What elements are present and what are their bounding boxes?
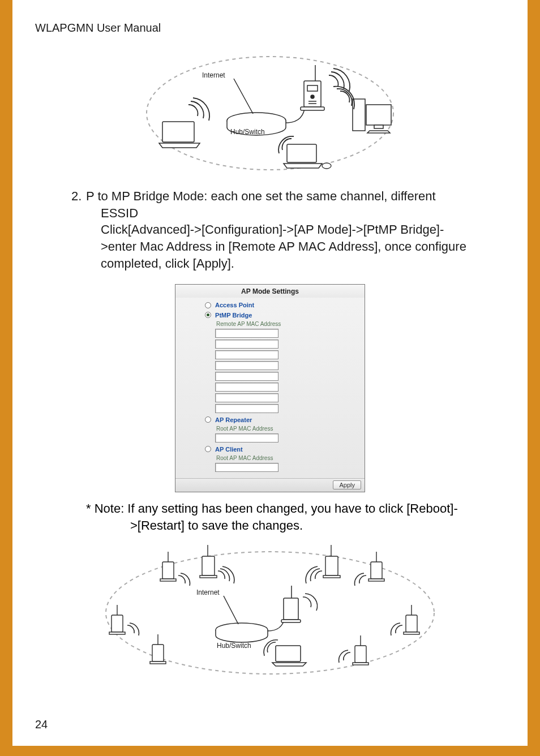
svg-rect-31 bbox=[323, 575, 340, 578]
svg-rect-34 bbox=[368, 579, 384, 581]
ap-mode-settings-panel: AP Mode Settings Access Point PtMP Bridg… bbox=[175, 284, 365, 492]
remote-mac-label: Remote AP MAC Address bbox=[216, 321, 359, 327]
svg-line-18 bbox=[224, 596, 238, 624]
svg-rect-30 bbox=[325, 556, 338, 575]
radio-access-point[interactable]: Access Point bbox=[205, 300, 359, 310]
remote-mac-input-6[interactable] bbox=[215, 383, 278, 392]
network-diagram-1: Internet Hub/Switch bbox=[35, 48, 505, 178]
section2-line5: completed, click [Apply]. bbox=[86, 255, 488, 272]
note-block: * Note: If any setting has been changed,… bbox=[86, 500, 488, 534]
note-line2: >[Restart] to save the changes. bbox=[86, 517, 488, 534]
svg-point-12 bbox=[322, 163, 331, 169]
figure2-hub-label: Hub/Switch bbox=[217, 642, 251, 650]
note-line1: * Note: If any setting has been changed,… bbox=[86, 500, 488, 517]
svg-rect-36 bbox=[112, 615, 123, 632]
svg-rect-22 bbox=[276, 646, 301, 662]
svg-rect-11 bbox=[287, 144, 316, 162]
svg-rect-24 bbox=[162, 562, 174, 579]
remote-mac-input-2[interactable] bbox=[215, 340, 278, 349]
svg-rect-6 bbox=[301, 107, 324, 110]
remote-mac-input-4[interactable] bbox=[215, 361, 278, 370]
manual-page: WLAPGMN User Manual Internet bbox=[12, 0, 528, 746]
svg-rect-46 bbox=[404, 632, 419, 634]
section2-line4: >enter Mac Address in [Remote AP MAC Add… bbox=[86, 238, 488, 255]
svg-rect-45 bbox=[406, 615, 417, 632]
svg-rect-21 bbox=[281, 620, 301, 622]
radio-label: PtMP Bridge bbox=[215, 312, 252, 319]
svg-rect-37 bbox=[109, 632, 125, 634]
section-2: 2.P to MP Bridge Mode: each one set the … bbox=[86, 188, 488, 272]
svg-rect-40 bbox=[150, 662, 166, 664]
radio-label: AP Repeater bbox=[215, 416, 252, 423]
radio-icon bbox=[205, 446, 211, 452]
radio-icon bbox=[205, 416, 211, 423]
remote-mac-input-7[interactable] bbox=[215, 393, 278, 402]
radio-ptmp-bridge[interactable]: PtMP Bridge bbox=[205, 310, 359, 320]
root-mac-label-1: Root AP MAC Address bbox=[216, 426, 359, 432]
radio-ap-repeater[interactable]: AP Repeater bbox=[205, 415, 359, 424]
panel-title: AP Mode Settings bbox=[175, 285, 365, 298]
apply-button[interactable]: Apply bbox=[333, 480, 361, 489]
svg-rect-7 bbox=[307, 85, 318, 91]
svg-rect-14 bbox=[366, 105, 391, 125]
section2-line3: Click[Advanced]->[Configuration]->[AP Mo… bbox=[86, 221, 488, 238]
svg-rect-43 bbox=[353, 663, 368, 665]
remote-mac-input-8[interactable] bbox=[215, 404, 278, 413]
svg-point-8 bbox=[311, 95, 314, 98]
figure2-internet-label: Internet bbox=[196, 589, 220, 596]
radio-label: Access Point bbox=[215, 302, 254, 309]
svg-rect-1 bbox=[162, 122, 194, 142]
radio-icon bbox=[205, 302, 211, 308]
remote-mac-input-5[interactable] bbox=[215, 372, 278, 381]
svg-rect-27 bbox=[202, 556, 215, 575]
svg-rect-28 bbox=[200, 575, 217, 578]
svg-rect-5 bbox=[304, 81, 321, 107]
figure1-internet-label: Internet bbox=[202, 71, 225, 79]
radio-icon bbox=[205, 312, 211, 318]
remote-mac-input-3[interactable] bbox=[215, 350, 278, 359]
root-mac-label-2: Root AP MAC Address bbox=[216, 455, 359, 461]
svg-rect-33 bbox=[371, 562, 382, 579]
svg-rect-42 bbox=[355, 646, 366, 663]
section2-line2: ESSID bbox=[86, 205, 488, 222]
page-header: WLAPGMN User Manual bbox=[35, 22, 505, 35]
root-mac-input-repeater[interactable] bbox=[215, 433, 278, 443]
svg-rect-25 bbox=[160, 579, 176, 581]
root-mac-input-client[interactable] bbox=[215, 463, 278, 472]
figure1-hub-label: Hub/Switch bbox=[230, 128, 265, 136]
remote-mac-input-1[interactable] bbox=[215, 329, 278, 338]
section2-line1: P to MP Bridge Mode: each one set the sa… bbox=[86, 189, 436, 203]
svg-line-3 bbox=[234, 79, 253, 114]
page-number: 24 bbox=[35, 718, 48, 731]
network-diagram-2: Internet Hub/Switch bbox=[35, 539, 505, 683]
radio-label: AP Client bbox=[215, 446, 243, 453]
svg-rect-39 bbox=[152, 645, 164, 662]
list-number: 2. bbox=[71, 188, 86, 205]
radio-ap-client[interactable]: AP Client bbox=[205, 444, 359, 454]
svg-rect-15 bbox=[374, 125, 383, 128]
svg-rect-20 bbox=[284, 598, 298, 620]
